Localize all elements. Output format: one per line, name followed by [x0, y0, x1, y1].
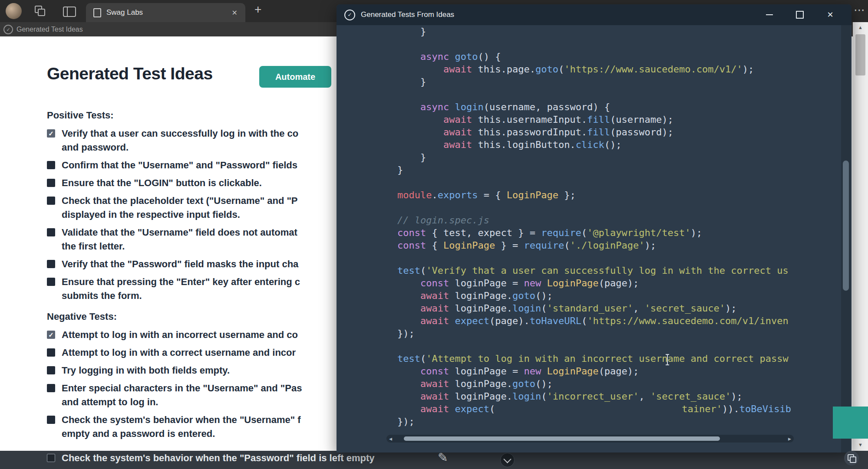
code-line: test('Attempt to log in with an incorrec… — [397, 352, 851, 365]
checklist-item-text: Attempt to log in with a correct usernam… — [62, 346, 347, 360]
checklist-item-text: displayed in the respective input fields… — [62, 208, 347, 222]
code-line: } — [397, 151, 851, 164]
code-line: test('Verify that a user can successfull… — [397, 264, 851, 277]
checklist-item-text: and attempt to log in. — [62, 395, 347, 409]
code-line: await loginPage.login('standard_user', '… — [397, 302, 851, 315]
checkbox[interactable] — [47, 228, 55, 236]
checklist-item-text: empty and a password is entered. — [62, 427, 347, 441]
new-tab-button[interactable]: + — [254, 3, 261, 16]
check-circle-icon: ✓ — [3, 25, 13, 34]
scrollbar-down-icon[interactable]: ▼ — [853, 442, 868, 447]
checkbox[interactable] — [47, 454, 55, 462]
checklist-item-text: Check that the placeholder text ("Userna… — [62, 194, 347, 208]
code-line: } — [397, 75, 851, 88]
checkbox[interactable] — [47, 161, 55, 169]
code-vertical-scrollbar[interactable] — [841, 25, 851, 453]
code-line: const { test, expect } = require('@playw… — [397, 226, 851, 239]
checklist-item: Ensure that pressing the "Enter" key aft… — [47, 275, 347, 303]
code-line: const loginPage = new LoginPage(page); — [397, 277, 851, 289]
generated-tests-window: ✓ Generated Tests From Ideas ✕ } async g… — [337, 4, 851, 453]
text-cursor — [664, 354, 670, 365]
checklist-item-text: Confirm that the "Username" and "Passwor… — [62, 158, 347, 172]
checkbox[interactable] — [47, 197, 55, 205]
checkbox[interactable]: ✓ — [47, 331, 55, 339]
code-line: await this.loginButton.click(); — [397, 138, 851, 151]
code-line: }); — [397, 327, 851, 340]
checklist-item: ✓Attempt to log in with an incorrect use… — [47, 328, 347, 342]
success-banner: Success! — [833, 407, 868, 439]
workspaces-icon[interactable] — [35, 6, 46, 17]
browser-tab[interactable]: Swag Labs ✕ — [86, 3, 245, 22]
checklist-item: Attempt to log in with a correct usernam… — [47, 346, 347, 360]
code-line: module.exports = { LoginPage }; — [397, 189, 851, 201]
checklist-item-text: submits the form. — [62, 289, 347, 303]
toolbar-label: Generated Test Ideas — [17, 26, 83, 33]
tab-close-icon[interactable]: ✕ — [232, 9, 238, 17]
checklist-item: Enter special characters in the "Usernam… — [47, 381, 347, 409]
section-heading: Positive Tests: — [47, 109, 347, 121]
checklist-item: Try logging in with both fields empty. — [47, 364, 347, 377]
checklist-item-text: and password. — [62, 141, 347, 154]
checklist-item-text: Verify that a user can successfully log … — [62, 127, 347, 141]
maximize-button[interactable] — [793, 8, 806, 21]
checkbox[interactable]: ✓ — [47, 129, 55, 138]
code-line: await expect(page).toHaveURL('https://ww… — [397, 315, 851, 327]
checklist-item: Verify that the "Password" field masks t… — [47, 257, 347, 271]
checklist-item-text: Enter special characters in the "Usernam… — [62, 381, 347, 395]
scrollbar-up-icon[interactable]: ▲ — [853, 25, 868, 30]
checklist-item: Validate that the "Username" field does … — [47, 226, 347, 253]
scrollbar-thumb[interactable] — [855, 34, 865, 75]
code-line: // login.spec.js — [397, 214, 851, 226]
scroll-left-icon[interactable]: ◂ — [389, 435, 392, 443]
code-line — [397, 201, 851, 214]
code-line: await loginPage.goto(); — [397, 289, 851, 302]
page-scrollbar[interactable]: ▲ ▼ — [853, 22, 868, 451]
sidebar-toggle-icon[interactable] — [63, 7, 76, 17]
checkbox[interactable] — [47, 260, 55, 268]
code-vertical-thumb[interactable] — [843, 161, 849, 291]
code-line — [397, 38, 851, 50]
code-line — [397, 252, 851, 264]
code-horizontal-scrollbar[interactable]: ◂ ▸ — [386, 435, 794, 443]
checklist-item: Ensure that the "LOGIN" button is clicka… — [47, 176, 347, 190]
checklist-item-text: Verify that the "Password" field masks t… — [62, 257, 347, 271]
code-line: await this.usernameInput.fill(username); — [397, 113, 851, 126]
code-editor[interactable]: } async goto() { await this.page.goto('h… — [337, 25, 851, 453]
checklist-item: Check the system's behavior when the "Us… — [47, 413, 347, 441]
code-horizontal-thumb[interactable] — [404, 436, 720, 441]
code-line: async goto() { — [397, 50, 851, 63]
code-line — [397, 88, 851, 101]
checklist-item-text: Check the system's behavior when the "Pa… — [62, 451, 347, 465]
scroll-right-icon[interactable]: ▸ — [788, 435, 791, 443]
browser-menu-icon[interactable]: ⋯ — [854, 3, 865, 17]
scroll-down-button[interactable] — [500, 453, 515, 467]
automate-button[interactable]: Automate — [259, 66, 331, 88]
checkbox[interactable] — [47, 384, 55, 392]
code-line: const { LoginPage } = require('./loginPa… — [397, 239, 851, 252]
checkbox[interactable] — [47, 179, 55, 187]
window-title: Generated Tests From Ideas — [361, 10, 454, 19]
code-line: await this.page.goto('https://www.sauced… — [397, 63, 851, 75]
code-line: await expect(tainer')).toBeVisib — [397, 403, 851, 415]
checklist-item-text: Try logging in with both fields empty. — [62, 364, 347, 377]
checkbox[interactable] — [47, 348, 55, 357]
minimize-button[interactable] — [763, 8, 776, 21]
code-line — [397, 176, 851, 189]
profile-avatar[interactable] — [6, 3, 22, 19]
checkbox[interactable] — [47, 416, 55, 424]
overlay-badge-icon[interactable] — [844, 451, 859, 466]
window-controls: ✕ — [763, 4, 851, 25]
chevron-down-icon — [503, 455, 511, 463]
close-button[interactable]: ✕ — [824, 8, 837, 21]
window-titlebar[interactable]: ✓ Generated Tests From Ideas ✕ — [337, 4, 851, 25]
code-line: } — [397, 164, 851, 176]
window-check-icon: ✓ — [344, 10, 355, 20]
checklist-item-text: Attempt to log in with an incorrect user… — [62, 328, 347, 342]
checklist-item-text: Validate that the "Username" field does … — [62, 226, 347, 239]
checkbox[interactable] — [47, 366, 55, 374]
checklist-item-text: Ensure that the "LOGIN" button is clicka… — [62, 176, 347, 190]
checklist-item: ✓Verify that a user can successfully log… — [47, 127, 347, 154]
code-line: await this.passwordInput.fill(password); — [397, 126, 851, 138]
checkbox[interactable] — [47, 278, 55, 286]
section-heading: Negative Tests: — [47, 311, 347, 323]
